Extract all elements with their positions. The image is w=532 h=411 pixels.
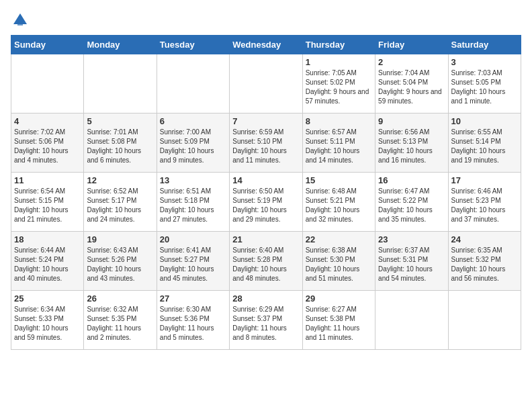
- day-number: 15: [306, 175, 372, 185]
- calendar-cell: [375, 291, 448, 350]
- week-row-2: 11Sunrise: 6:54 AM Sunset: 5:15 PM Dayli…: [11, 173, 521, 232]
- day-number: 9: [378, 116, 445, 126]
- day-number: 7: [232, 116, 299, 126]
- calendar-cell: 9Sunrise: 6:56 AM Sunset: 5:13 PM Daylig…: [375, 113, 448, 173]
- header-saturday: Saturday: [448, 36, 521, 54]
- logo: [11, 11, 32, 30]
- calendar-cell: [84, 54, 157, 113]
- calendar-cell: 19Sunrise: 6:43 AM Sunset: 5:26 PM Dayli…: [84, 232, 157, 291]
- day-info: Sunrise: 6:41 AM Sunset: 5:27 PM Dayligh…: [160, 246, 226, 283]
- day-info: Sunrise: 7:05 AM Sunset: 5:02 PM Dayligh…: [306, 68, 372, 106]
- calendar-cell: 24Sunrise: 6:35 AM Sunset: 5:32 PM Dayli…: [448, 232, 521, 291]
- day-info: Sunrise: 7:00 AM Sunset: 5:09 PM Dayligh…: [160, 128, 226, 165]
- day-number: 5: [87, 116, 153, 126]
- day-info: Sunrise: 6:51 AM Sunset: 5:18 PM Dayligh…: [160, 187, 226, 224]
- calendar-cell: 8Sunrise: 6:57 AM Sunset: 5:11 PM Daylig…: [302, 113, 375, 173]
- calendar-cell: 4Sunrise: 7:02 AM Sunset: 5:06 PM Daylig…: [11, 113, 84, 173]
- day-number: 14: [232, 175, 299, 185]
- day-info: Sunrise: 7:03 AM Sunset: 5:05 PM Dayligh…: [451, 68, 518, 106]
- week-row-0: 1Sunrise: 7:05 AM Sunset: 5:02 PM Daylig…: [11, 54, 521, 113]
- calendar-cell: 3Sunrise: 7:03 AM Sunset: 5:05 PM Daylig…: [448, 54, 521, 113]
- calendar-cell: 6Sunrise: 7:00 AM Sunset: 5:09 PM Daylig…: [157, 113, 229, 173]
- calendar-cell: 26Sunrise: 6:32 AM Sunset: 5:35 PM Dayli…: [84, 291, 157, 350]
- day-number: 29: [306, 293, 372, 304]
- day-info: Sunrise: 6:56 AM Sunset: 5:13 PM Dayligh…: [378, 128, 445, 165]
- day-info: Sunrise: 6:50 AM Sunset: 5:19 PM Dayligh…: [232, 187, 299, 224]
- day-number: 24: [451, 234, 518, 244]
- calendar-cell: 16Sunrise: 6:47 AM Sunset: 5:22 PM Dayli…: [375, 173, 448, 232]
- week-row-3: 18Sunrise: 6:44 AM Sunset: 5:24 PM Dayli…: [11, 232, 521, 291]
- header-wednesday: Wednesday: [230, 36, 302, 54]
- header-tuesday: Tuesday: [157, 36, 229, 54]
- calendar-cell: 27Sunrise: 6:30 AM Sunset: 5:36 PM Dayli…: [157, 291, 229, 350]
- day-info: Sunrise: 6:37 AM Sunset: 5:31 PM Dayligh…: [378, 246, 445, 283]
- page-header: [11, 11, 521, 30]
- day-number: 11: [14, 175, 81, 185]
- day-info: Sunrise: 6:35 AM Sunset: 5:32 PM Dayligh…: [451, 246, 518, 283]
- day-info: Sunrise: 6:27 AM Sunset: 5:38 PM Dayligh…: [306, 305, 372, 342]
- day-info: Sunrise: 6:43 AM Sunset: 5:26 PM Dayligh…: [87, 246, 153, 283]
- calendar-cell: 17Sunrise: 6:46 AM Sunset: 5:23 PM Dayli…: [448, 173, 521, 232]
- day-number: 19: [87, 234, 153, 244]
- day-info: Sunrise: 6:29 AM Sunset: 5:37 PM Dayligh…: [232, 305, 299, 342]
- calendar-cell: 2Sunrise: 7:04 AM Sunset: 5:04 PM Daylig…: [375, 54, 448, 113]
- day-number: 18: [14, 234, 81, 244]
- calendar-cell: 1Sunrise: 7:05 AM Sunset: 5:02 PM Daylig…: [302, 54, 375, 113]
- calendar-cell: 21Sunrise: 6:40 AM Sunset: 5:28 PM Dayli…: [230, 232, 302, 291]
- day-info: Sunrise: 6:57 AM Sunset: 5:11 PM Dayligh…: [306, 128, 372, 165]
- week-row-4: 25Sunrise: 6:34 AM Sunset: 5:33 PM Dayli…: [11, 291, 521, 350]
- day-number: 4: [14, 116, 81, 126]
- logo-icon: [11, 11, 30, 30]
- calendar-header-row: SundayMondayTuesdayWednesdayThursdayFrid…: [11, 36, 521, 54]
- day-number: 28: [232, 293, 299, 304]
- day-info: Sunrise: 6:55 AM Sunset: 5:14 PM Dayligh…: [451, 128, 518, 165]
- day-info: Sunrise: 7:04 AM Sunset: 5:04 PM Dayligh…: [378, 68, 445, 106]
- calendar-cell: 23Sunrise: 6:37 AM Sunset: 5:31 PM Dayli…: [375, 232, 448, 291]
- calendar-cell: 25Sunrise: 6:34 AM Sunset: 5:33 PM Dayli…: [11, 291, 84, 350]
- day-info: Sunrise: 6:54 AM Sunset: 5:15 PM Dayligh…: [14, 187, 81, 224]
- svg-rect-1: [17, 20, 23, 26]
- day-info: Sunrise: 6:48 AM Sunset: 5:21 PM Dayligh…: [306, 187, 372, 224]
- calendar-cell: 11Sunrise: 6:54 AM Sunset: 5:15 PM Dayli…: [11, 173, 84, 232]
- day-number: 25: [14, 293, 81, 304]
- day-info: Sunrise: 6:34 AM Sunset: 5:33 PM Dayligh…: [14, 305, 81, 342]
- day-number: 12: [87, 175, 153, 185]
- calendar-cell: 18Sunrise: 6:44 AM Sunset: 5:24 PM Dayli…: [11, 232, 84, 291]
- header-monday: Monday: [84, 36, 157, 54]
- day-number: 22: [306, 234, 372, 244]
- calendar-cell: 10Sunrise: 6:55 AM Sunset: 5:14 PM Dayli…: [448, 113, 521, 173]
- calendar-cell: 7Sunrise: 6:59 AM Sunset: 5:10 PM Daylig…: [230, 113, 302, 173]
- day-info: Sunrise: 6:32 AM Sunset: 5:35 PM Dayligh…: [87, 305, 153, 342]
- calendar-cell: 13Sunrise: 6:51 AM Sunset: 5:18 PM Dayli…: [157, 173, 229, 232]
- day-number: 21: [232, 234, 299, 244]
- day-info: Sunrise: 6:30 AM Sunset: 5:36 PM Dayligh…: [160, 305, 226, 342]
- day-number: 27: [160, 293, 226, 304]
- header-thursday: Thursday: [302, 36, 375, 54]
- day-info: Sunrise: 6:59 AM Sunset: 5:10 PM Dayligh…: [232, 128, 299, 165]
- day-number: 3: [451, 57, 518, 67]
- calendar-cell: 14Sunrise: 6:50 AM Sunset: 5:19 PM Dayli…: [230, 173, 302, 232]
- day-info: Sunrise: 6:52 AM Sunset: 5:17 PM Dayligh…: [87, 187, 153, 224]
- header-friday: Friday: [375, 36, 448, 54]
- calendar-cell: 29Sunrise: 6:27 AM Sunset: 5:38 PM Dayli…: [302, 291, 375, 350]
- day-number: 6: [160, 116, 226, 126]
- day-number: 2: [378, 57, 445, 67]
- header-sunday: Sunday: [11, 36, 84, 54]
- calendar-cell: [11, 54, 84, 113]
- calendar-cell: 12Sunrise: 6:52 AM Sunset: 5:17 PM Dayli…: [84, 173, 157, 232]
- calendar-cell: [448, 291, 521, 350]
- day-info: Sunrise: 6:40 AM Sunset: 5:28 PM Dayligh…: [232, 246, 299, 283]
- day-number: 1: [306, 57, 372, 67]
- day-info: Sunrise: 6:44 AM Sunset: 5:24 PM Dayligh…: [14, 246, 81, 283]
- calendar-cell: 5Sunrise: 7:01 AM Sunset: 5:08 PM Daylig…: [84, 113, 157, 173]
- day-info: Sunrise: 7:01 AM Sunset: 5:08 PM Dayligh…: [87, 128, 153, 165]
- day-number: 26: [87, 293, 153, 304]
- day-number: 13: [160, 175, 226, 185]
- calendar-cell: [230, 54, 302, 113]
- calendar-cell: 20Sunrise: 6:41 AM Sunset: 5:27 PM Dayli…: [157, 232, 229, 291]
- day-number: 23: [378, 234, 445, 244]
- week-row-1: 4Sunrise: 7:02 AM Sunset: 5:06 PM Daylig…: [11, 113, 521, 173]
- day-number: 16: [378, 175, 445, 185]
- day-number: 10: [451, 116, 518, 126]
- calendar-cell: 22Sunrise: 6:38 AM Sunset: 5:30 PM Dayli…: [302, 232, 375, 291]
